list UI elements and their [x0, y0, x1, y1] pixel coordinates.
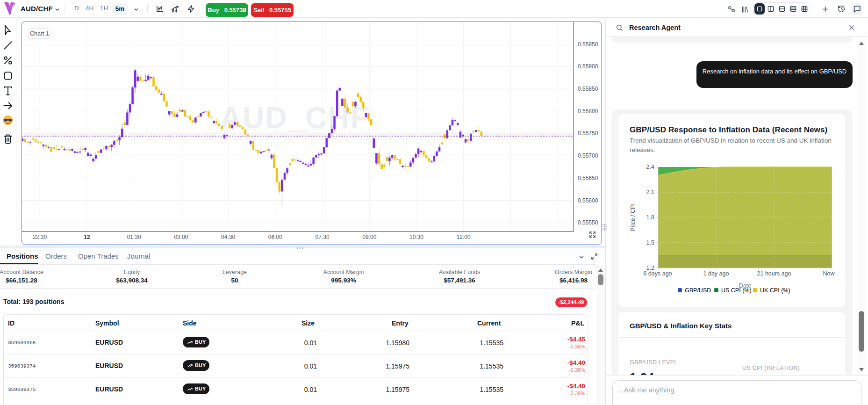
svg-text:0.55650: 0.55650 — [578, 175, 598, 181]
svg-text:0.55850: 0.55850 — [578, 86, 598, 92]
svg-text:07:30: 07:30 — [316, 234, 330, 240]
svg-text:12: 12 — [84, 234, 90, 240]
svg-text:01:30: 01:30 — [127, 234, 141, 240]
svg-text:GBP/USD: GBP/USD — [685, 287, 711, 294]
svg-text:0.55750: 0.55750 — [578, 130, 598, 137]
svg-text:0.55800: 0.55800 — [578, 108, 598, 115]
svg-text:1.5: 1.5 — [646, 239, 654, 246]
svg-text:04:30: 04:30 — [221, 234, 235, 240]
svg-text:US CPI (%): US CPI (%) — [721, 287, 752, 294]
svg-text:Now: Now — [823, 270, 835, 277]
svg-text:09:00: 09:00 — [362, 234, 376, 240]
svg-text:21 hours ago: 21 hours ago — [757, 270, 791, 277]
svg-text:0.55550: 0.55550 — [578, 219, 598, 226]
svg-text:0.55600: 0.55600 — [578, 197, 598, 204]
svg-text:10:30: 10:30 — [409, 234, 423, 240]
svg-text:0.55900: 0.55900 — [578, 63, 598, 70]
svg-text:Price / CPI: Price / CPI — [630, 203, 636, 231]
svg-text:1 day ago: 1 day ago — [703, 270, 729, 277]
svg-text:UK CPI (%): UK CPI (%) — [760, 287, 790, 294]
svg-text:0.55700: 0.55700 — [578, 152, 598, 159]
svg-text:6 days ago: 6 days ago — [643, 270, 672, 277]
svg-text:12:00: 12:00 — [457, 234, 471, 240]
svg-text:03:00: 03:00 — [174, 234, 188, 240]
svg-text:2.1: 2.1 — [646, 189, 654, 195]
svg-text:0.55950: 0.55950 — [578, 41, 598, 48]
svg-text:22:30: 22:30 — [33, 234, 47, 240]
svg-text:06:00: 06:00 — [268, 234, 282, 240]
svg-text:1.8: 1.8 — [646, 214, 654, 221]
svg-text:2.4: 2.4 — [646, 164, 654, 170]
